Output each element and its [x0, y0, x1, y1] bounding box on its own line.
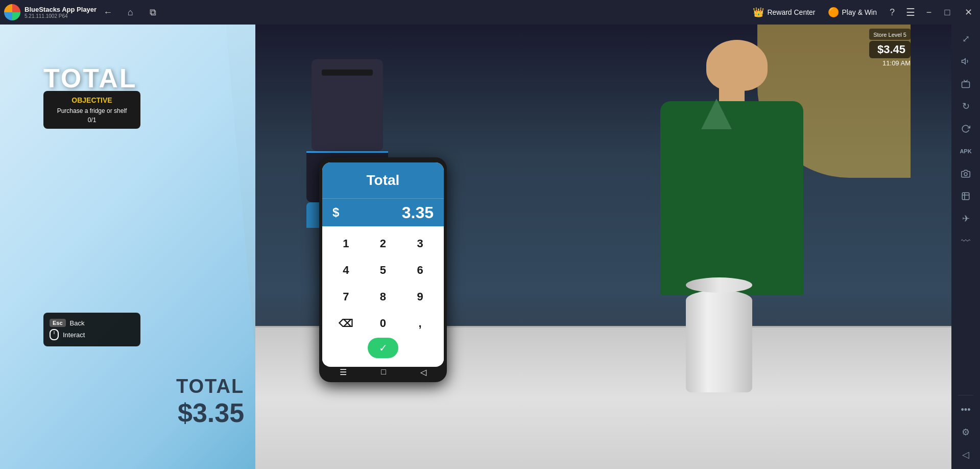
- keypad-btn-4[interactable]: 4: [331, 258, 361, 283]
- objective-progress: 0/1: [51, 116, 133, 124]
- app-title-group: BlueStacks App Player 5.21.111.1002 P64: [25, 6, 97, 19]
- screenshot-button[interactable]: [955, 186, 976, 206]
- svg-rect-1: [962, 82, 970, 87]
- store-level-bar: Store Level 5: [869, 29, 911, 40]
- keypad-row-1: 1 2 3: [327, 231, 439, 256]
- keypad-btn-3[interactable]: 3: [405, 231, 435, 256]
- location-button[interactable]: ✈: [955, 208, 976, 229]
- objective-title: OBJECTIVE: [51, 96, 133, 104]
- sync-button[interactable]: [955, 119, 976, 139]
- keypad-btn-comma[interactable]: ,: [405, 311, 435, 336]
- keypad-btn-2[interactable]: 2: [368, 231, 398, 256]
- keypad-btn-delete[interactable]: ⌫: [331, 311, 361, 336]
- reward-center-button[interactable]: 👑 Reward Center: [747, 0, 821, 25]
- keypad-row-4: ⌫ 0 ,: [327, 311, 439, 336]
- mouse-icon: [50, 329, 59, 340]
- game-viewport: TOTAL OBJECTIVE Purchase a fridge or she…: [0, 25, 951, 469]
- keypad-row-confirm: ✓: [327, 338, 439, 358]
- interact-label: Interact: [63, 331, 85, 339]
- rotate-button[interactable]: ↻: [955, 96, 976, 116]
- controls-box: Esc Back Interact: [43, 313, 140, 346]
- sidebar-collapse-button[interactable]: ◁: [955, 444, 976, 465]
- play-win-button[interactable]: 🟠 Play & Win: [822, 0, 883, 25]
- play-win-label: Play & Win: [842, 8, 877, 16]
- interact-control: Interact: [50, 329, 134, 340]
- sidebar-divider: [958, 395, 973, 395]
- cylinder-top: [686, 277, 752, 293]
- keypad-btn-0[interactable]: 0: [368, 311, 398, 336]
- help-button[interactable]: ?: [883, 0, 901, 25]
- money-amount: $3.45: [874, 43, 905, 56]
- play-win-icon: 🟠: [828, 7, 839, 18]
- money-display: $3.45: [869, 41, 911, 58]
- svg-marker-0: [962, 59, 966, 64]
- cast-button[interactable]: [955, 74, 976, 94]
- esc-key-badge: Esc: [50, 319, 66, 327]
- pos-total-label: Total: [367, 172, 400, 189]
- shake-button[interactable]: 〰: [955, 231, 976, 251]
- nav-home-button[interactable]: ⌂: [121, 3, 139, 21]
- keypad-row-2: 4 5 6: [327, 258, 439, 283]
- titlebar: BlueStacks App Player 5.21.111.1002 P64 …: [0, 0, 980, 25]
- keypad-btn-8[interactable]: 8: [368, 285, 398, 309]
- pos-screen: Total $ 3.35 1 2 3 4 5 6 7: [322, 162, 444, 367]
- more-button[interactable]: •••: [955, 400, 976, 420]
- keypad-confirm-button[interactable]: ✓: [368, 338, 398, 358]
- reward-center-label: Reward Center: [767, 8, 815, 16]
- objective-box: OBJECTIVE Purchase a fridge or shelf 0/1: [43, 91, 140, 129]
- keypad-btn-7[interactable]: 7: [331, 285, 361, 309]
- close-button[interactable]: ✕: [957, 0, 980, 25]
- keypad-btn-6[interactable]: 6: [405, 258, 435, 283]
- back-control: Esc Back: [50, 319, 134, 327]
- person-body: [660, 101, 803, 295]
- maximize-button[interactable]: □: [938, 0, 957, 25]
- back-label: Back: [70, 319, 85, 327]
- app-title: BlueStacks App Player: [25, 6, 97, 13]
- pos-dollar-sign: $: [332, 205, 339, 220]
- hud-display: Store Level 5 $3.45 11:09 AM: [869, 29, 911, 67]
- nav-back-button[interactable]: ←: [99, 3, 117, 21]
- nav-copy-button[interactable]: ⧉: [144, 3, 162, 21]
- pos-keypad: 1 2 3 4 5 6 7 8 9 ⌫ 0 ,: [322, 226, 444, 365]
- total-bottom-amount: $3.35: [176, 397, 244, 428]
- settings-button[interactable]: ⚙: [955, 422, 976, 442]
- total-header-label: TOTAL: [43, 63, 137, 93]
- svg-point-2: [964, 173, 967, 176]
- total-bottom-label: TOTAL: [176, 376, 244, 397]
- printer-body: [312, 59, 383, 151]
- time-display: 11:09 AM: [869, 59, 911, 67]
- person-head: [706, 40, 768, 91]
- pos-nav-menu-icon[interactable]: ☰: [340, 367, 347, 377]
- apk-button[interactable]: APK: [955, 141, 976, 161]
- minimize-button[interactable]: −: [920, 0, 938, 25]
- pos-amount: 3.35: [402, 203, 434, 222]
- pos-device: Total $ 3.35 1 2 3 4 5 6 7: [319, 157, 447, 382]
- expand-button[interactable]: ⤢: [955, 29, 976, 49]
- pos-nav-back-icon[interactable]: ◁: [420, 367, 426, 377]
- store-level-text: Store Level 5: [873, 32, 906, 38]
- printer-slot: [322, 69, 373, 76]
- menu-button[interactable]: ☰: [901, 0, 920, 25]
- pos-header: Total: [322, 162, 444, 198]
- total-bottom-display: TOTAL $3.35: [176, 376, 244, 428]
- pos-navbar: ☰ □ ◁: [322, 365, 444, 379]
- objective-description: Purchase a fridge or shelf: [51, 107, 133, 114]
- keypad-btn-5[interactable]: 5: [368, 258, 398, 283]
- pos-nav-home-icon[interactable]: □: [381, 367, 386, 377]
- app-logo: [4, 4, 20, 20]
- keypad-btn-9[interactable]: 9: [405, 285, 435, 309]
- app-version: 5.21.111.1002 P64: [25, 13, 97, 19]
- svg-rect-3: [962, 193, 969, 200]
- keypad-row-3: 7 8 9: [327, 285, 439, 309]
- camera-button[interactable]: [955, 163, 976, 184]
- right-sidebar: ⤢ ↻ APK ✈ 〰 ••• ⚙ ◁: [951, 25, 980, 469]
- keypad-btn-1[interactable]: 1: [331, 231, 361, 256]
- reward-crown-icon: 👑: [753, 7, 764, 18]
- cylinder-object: [686, 290, 752, 392]
- pos-amount-row: $ 3.35: [322, 198, 444, 226]
- volume-button[interactable]: [955, 51, 976, 72]
